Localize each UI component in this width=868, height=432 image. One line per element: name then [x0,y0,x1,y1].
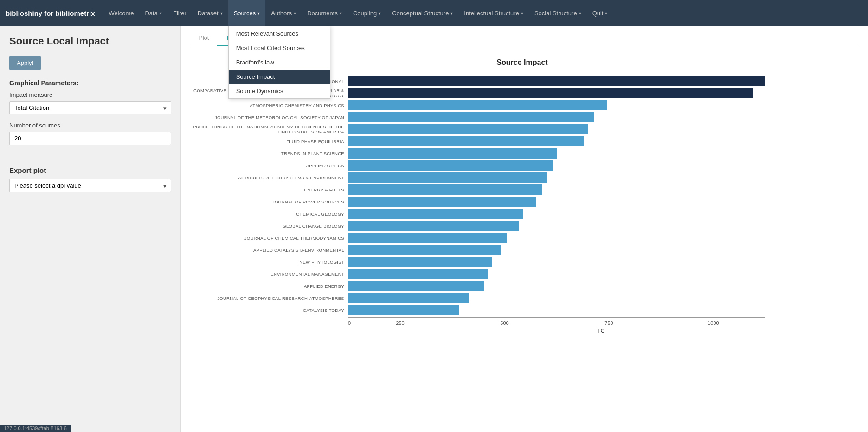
nav-quit[interactable]: Quit ▾ [587,0,613,26]
chart-bar-area [348,305,854,315]
dropdown-most-relevant[interactable]: Most Relevant Sources [229,26,330,41]
nav-data[interactable]: Data ▾ [139,0,167,26]
sources-dropdown: Most Relevant Sources Most Local Cited S… [228,26,330,99]
export-dpi-select[interactable]: Please select a dpi value 72 dpi 150 dpi… [9,179,171,192]
sources-caret: ▾ [257,11,260,16]
export-dpi-wrapper: Please select a dpi value 72 dpi 150 dpi… [9,179,171,192]
chart-row: APPLIED CATALYSIS B-ENVIRONMENTAL [190,245,854,255]
chart-row-label: APPLIED CATALYSIS B-ENVIRONMENTAL [190,248,348,253]
nav-welcome[interactable]: Welcome [103,0,140,26]
chart-row: AGRICULTURE ECOSYSTEMS & ENVIRONMENT [190,172,854,183]
app-brand: biblioshiny for bibliometrix [6,9,95,17]
nav-sources[interactable]: Sources ▾ Most Relevant Sources Most Loc… [228,0,266,26]
chart-row: ATMOSPHERIC CHEMISTRY AND PHYSICS [190,100,854,110]
dropdown-source-impact[interactable]: Source Impact [229,70,330,84]
number-of-sources-input[interactable] [9,132,171,145]
x-axis: 02505007501000 [348,317,765,326]
sidebar-title: Source Local Impact [9,35,171,47]
number-of-sources-label: Number of sources [9,122,171,129]
chart-row: ENVIRONMENTAL MANAGEMENT [190,269,854,279]
nav-documents[interactable]: Documents ▾ [302,0,347,26]
chart-bar-area [348,76,854,86]
chart-row-label: JOURNAL OF CHEMICAL THERMODYNAMICS [190,235,348,241]
navbar: biblioshiny for bibliometrix Welcome Dat… [0,0,868,26]
chart-bar-area [348,184,854,195]
export-plot-title: Export plot [9,166,171,174]
tab-plot[interactable]: Plot [190,31,217,46]
chart-bar [348,245,501,255]
nav-social[interactable]: Social Structure ▾ [529,0,587,26]
chart-bar [348,221,519,231]
chart-bar-area [348,245,854,255]
main-layout: Source Local Impact Apply! Graphical Par… [0,26,868,432]
chart-bar [348,124,588,134]
chart-bar [348,160,553,171]
chart-bar-area [348,221,854,231]
nav-coupling[interactable]: Coupling ▾ [347,0,386,26]
chart-row: JOURNAL OF CHEMICAL THERMODYNAMICS [190,233,854,243]
chart-row: ENERGY & FUELS [190,184,854,195]
impact-measure-label: Impact measure [9,91,171,98]
graphical-params-label: Graphical Parameters: [9,79,171,87]
chart-row-label: PROCEEDINGS OF THE NATIONAL ACADEMY OF S… [190,124,348,134]
chart-bar [348,269,488,279]
dataset-caret: ▾ [220,11,223,16]
chart-area: ENVIRONMENT INTERNATIONALCOMPARATIVE BIO… [190,76,854,317]
chart-row: APPLIED ENERGY [190,281,854,291]
chart-row-label: AGRICULTURE ECOSYSTEMS & ENVIRONMENT [190,175,348,180]
chart-row-label: JOURNAL OF GEOPHYSICAL RESEARCH-ATMOSPHE… [190,296,348,301]
chart-row-label: CHEMICAL GEOLOGY [190,211,348,216]
impact-measure-select[interactable]: Total Citation H-Index Average Citation [9,101,171,114]
chart-bar-area [348,88,854,98]
chart-bar [348,172,547,183]
chart-bar [348,100,607,110]
chart-row: TRENDS IN PLANT SCIENCE [190,148,854,159]
dropdown-most-local-cited[interactable]: Most Local Cited Sources [229,41,330,55]
nav-intellectual[interactable]: Intellectual Structure ▾ [458,0,529,26]
dropdown-source-dynamics[interactable]: Source Dynamics [229,84,330,98]
chart-row-label: ENERGY & FUELS [190,187,348,192]
chart-row-label: JOURNAL OF THE METEOROLOGICAL SOCIETY OF… [190,115,348,120]
nav-authors[interactable]: Authors ▾ [265,0,302,26]
dropdown-bradfords-law[interactable]: Bradford's law [229,55,330,70]
chart-bar-area [348,124,854,134]
chart-bar [348,197,536,207]
chart-bar-area [348,100,854,110]
x-tick: 250 [348,320,452,326]
chart-bar [348,88,753,98]
x-axis-label: TC [348,328,854,334]
chart-row: APPLIED OPTICS [190,160,854,171]
chart-row-label: ATMOSPHERIC CHEMISTRY AND PHYSICS [190,103,348,108]
intellectual-caret: ▾ [521,11,523,16]
x-tick: 1000 [661,320,765,326]
chart-row-label: FLUID PHASE EQUILIBRIA [190,139,348,144]
chart-row: FLUID PHASE EQUILIBRIA [190,136,854,146]
chart-bar [348,76,765,86]
chart-bar-area [348,281,854,291]
chart-row-label: NEW PHYTOLOGIST [190,260,348,265]
chart-bar [348,293,469,303]
status-bar: 127.0.0.1:4539/#tab-8163-6 [0,425,71,432]
social-caret: ▾ [579,11,581,16]
chart-row-label: APPLIED OPTICS [190,163,348,168]
nav-conceptual[interactable]: Conceptual Structure ▾ [386,0,458,26]
chart-bar [348,112,594,122]
x-tick: 500 [452,320,557,326]
chart-bar-area [348,269,854,279]
nav-filter[interactable]: Filter [167,0,192,26]
conceptual-caret: ▾ [450,11,453,16]
chart-bar [348,136,584,146]
apply-button[interactable]: Apply! [9,56,41,70]
chart-row: CHEMICAL GEOLOGY [190,209,854,219]
chart-row: JOURNAL OF THE METEOROLOGICAL SOCIETY OF… [190,112,854,122]
chart-row: PROCEEDINGS OF THE NATIONAL ACADEMY OF S… [190,124,854,134]
chart-row: CATALYSIS TODAY [190,305,854,315]
chart-bar-area [348,209,854,219]
chart-bar [348,148,557,159]
nav-dataset[interactable]: Dataset ▾ [192,0,228,26]
chart-bar [348,184,542,195]
authors-caret: ▾ [294,11,296,16]
chart-row-label: ENVIRONMENTAL MANAGEMENT [190,272,348,277]
chart-bar [348,257,492,267]
chart-row-label: JOURNAL OF POWER SOURCES [190,199,348,204]
